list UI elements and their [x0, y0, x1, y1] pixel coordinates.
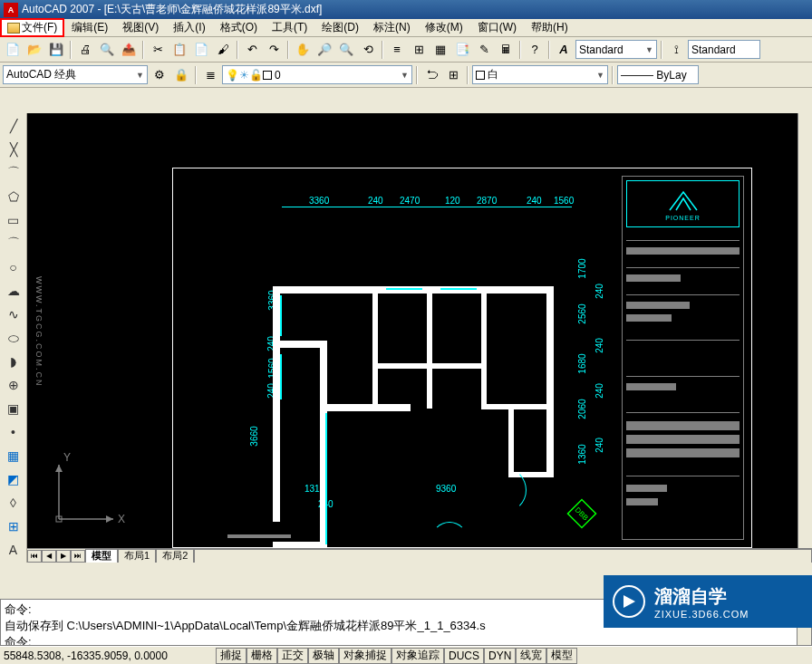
- ducs-toggle[interactable]: DUCS: [444, 648, 484, 664]
- point-icon[interactable]: •: [4, 422, 24, 442]
- vertical-scrollbar[interactable]: [798, 113, 812, 548]
- grid-toggle[interactable]: 栅格: [246, 648, 277, 664]
- arc-icon[interactable]: ⌒: [4, 234, 24, 254]
- redo-icon[interactable]: ↷: [264, 40, 284, 60]
- layer-props-icon[interactable]: ≣: [200, 65, 220, 85]
- save-icon[interactable]: 💾: [46, 40, 66, 60]
- markup-icon[interactable]: ✎: [474, 40, 494, 60]
- undo-icon[interactable]: ↶: [242, 40, 262, 60]
- ucs-icon: X Y: [45, 451, 127, 535]
- preview-icon[interactable]: 🔍: [97, 40, 117, 60]
- tab-layout2[interactable]: 布局2: [156, 549, 194, 563]
- textstyle-combo[interactable]: Standard▼: [575, 40, 657, 59]
- linetype-value: ByLay: [656, 69, 686, 82]
- dimstyle-value: Standard: [691, 43, 736, 56]
- open-icon[interactable]: 📂: [24, 40, 44, 60]
- svg-marker-5: [55, 465, 63, 472]
- help-icon[interactable]: ?: [525, 40, 545, 60]
- tab-model[interactable]: 模型: [85, 549, 118, 563]
- polar-toggle[interactable]: 极轴: [308, 648, 339, 664]
- lock-icon: 🔓: [249, 69, 263, 82]
- tab-next-icon[interactable]: ▶: [56, 550, 71, 563]
- insert-icon[interactable]: ⊕: [4, 375, 24, 395]
- menu-file[interactable]: 文件(F): [0, 18, 64, 37]
- color-combo[interactable]: 白 ▼: [472, 65, 608, 84]
- style-a-icon[interactable]: A: [554, 40, 574, 60]
- dyn-toggle[interactable]: DYN: [484, 648, 516, 664]
- otrack-toggle[interactable]: 对象追踪: [392, 648, 444, 664]
- zoom-prev-icon[interactable]: ⟲: [358, 40, 378, 60]
- rect-icon[interactable]: ▭: [4, 210, 24, 230]
- menu-insert[interactable]: 插入(I): [166, 18, 212, 37]
- cut-icon[interactable]: ✂: [148, 40, 168, 60]
- dcenter-icon[interactable]: ⊞: [409, 40, 429, 60]
- layer-prev-icon[interactable]: ⮌: [421, 65, 441, 85]
- menu-help[interactable]: 帮助(H): [524, 18, 575, 37]
- app-icon: A: [4, 3, 18, 17]
- props-icon[interactable]: ≡: [387, 40, 407, 60]
- drawing-sheet: PIONEER 3360 240 2470 120 2870 240: [172, 168, 752, 548]
- coords-display[interactable]: 55848.5308, -16335.9059, 0.0000: [0, 650, 216, 662]
- hatch-icon[interactable]: ▦: [4, 446, 24, 466]
- zoom-rt-icon[interactable]: 🔎: [314, 40, 334, 60]
- cmd-line-3: 命令:: [5, 634, 807, 646]
- spline-icon[interactable]: ∿: [4, 304, 24, 324]
- svg-marker-3: [106, 515, 113, 523]
- tab-last-icon[interactable]: ⏭: [71, 550, 85, 563]
- zoom-win-icon[interactable]: 🔍: [336, 40, 356, 60]
- dimstyle-icon[interactable]: ⟟: [666, 40, 686, 60]
- menu-view[interactable]: 视图(V): [115, 18, 166, 37]
- osnap-toggle[interactable]: 对象捕捉: [339, 648, 392, 664]
- drawing-area[interactable]: WWW.TGCG.COM.CN PIONEER: [27, 113, 812, 563]
- linetype-combo[interactable]: ——— ByLay: [617, 65, 699, 84]
- menu-edit[interactable]: 编辑(E): [64, 18, 115, 37]
- dim-ro-3: 240: [594, 438, 604, 453]
- sheet-icon[interactable]: 📑: [452, 40, 472, 60]
- revcloud-icon[interactable]: ☁: [4, 281, 24, 301]
- region-icon[interactable]: ◊: [4, 493, 24, 513]
- paste-icon[interactable]: 📄: [191, 40, 211, 60]
- tab-layout1[interactable]: 布局1: [118, 549, 156, 563]
- snap-toggle[interactable]: 捕捉: [216, 648, 246, 664]
- menu-window[interactable]: 窗口(W): [470, 18, 524, 37]
- ellipse-icon[interactable]: ⬭: [4, 328, 24, 348]
- publish-icon[interactable]: 📤: [119, 40, 139, 60]
- line-icon[interactable]: ╱: [4, 116, 24, 136]
- svg-marker-7: [624, 595, 635, 608]
- tab-first-icon[interactable]: ⏮: [27, 550, 42, 563]
- horizontal-scrollbar[interactable]: [194, 549, 812, 563]
- standard-toolbar: 📄 📂 💾 🖨 🔍 📤 ✂ 📋 📄 🖌 ↶ ↷ ✋ 🔎 🔍 ⟲ ≡ ⊞ ▦ 📑 …: [0, 37, 812, 63]
- menu-format[interactable]: 格式(O): [213, 18, 265, 37]
- menu-modify[interactable]: 修改(M): [418, 18, 470, 37]
- table-icon[interactable]: ⊞: [4, 516, 24, 536]
- polygon-icon[interactable]: ⬠: [4, 187, 24, 207]
- new-icon[interactable]: 📄: [3, 40, 23, 60]
- pline-icon[interactable]: ⌒: [4, 163, 24, 183]
- menu-tools[interactable]: 工具(T): [265, 18, 314, 37]
- match-icon[interactable]: 🖌: [213, 40, 233, 60]
- dimstyle-combo[interactable]: Standard: [688, 40, 760, 59]
- toolpal-icon[interactable]: ▦: [430, 40, 450, 60]
- layer-state-icon[interactable]: ⊞: [443, 65, 463, 85]
- copy-icon[interactable]: 📋: [169, 40, 189, 60]
- gradient-icon[interactable]: ◩: [4, 469, 24, 489]
- block-icon[interactable]: ▣: [4, 399, 24, 419]
- lwt-toggle[interactable]: 线宽: [516, 648, 546, 664]
- ws-lock-icon[interactable]: 🔒: [171, 65, 191, 85]
- menu-draw[interactable]: 绘图(D): [314, 18, 366, 37]
- pan-icon[interactable]: ✋: [293, 40, 313, 60]
- ellipsearc-icon[interactable]: ◗: [4, 351, 24, 371]
- xline-icon[interactable]: ╳: [4, 140, 24, 159]
- layer-combo[interactable]: 💡 ☀ 🔓 0 ▼: [222, 65, 412, 84]
- ortho-toggle[interactable]: 正交: [277, 648, 308, 664]
- mtext-icon[interactable]: A: [4, 540, 24, 560]
- plot-icon[interactable]: 🖨: [75, 40, 95, 60]
- menu-dimension[interactable]: 标注(N): [366, 18, 418, 37]
- workspace-combo[interactable]: AutoCAD 经典▼: [3, 65, 148, 84]
- layer-color-swatch: [263, 71, 272, 80]
- calc-icon[interactable]: 🖩: [496, 40, 516, 60]
- tab-prev-icon[interactable]: ◀: [42, 550, 56, 563]
- circle-icon[interactable]: ○: [4, 257, 24, 277]
- ws-settings-icon[interactable]: ⚙: [150, 65, 169, 85]
- model-toggle[interactable]: 模型: [546, 648, 577, 664]
